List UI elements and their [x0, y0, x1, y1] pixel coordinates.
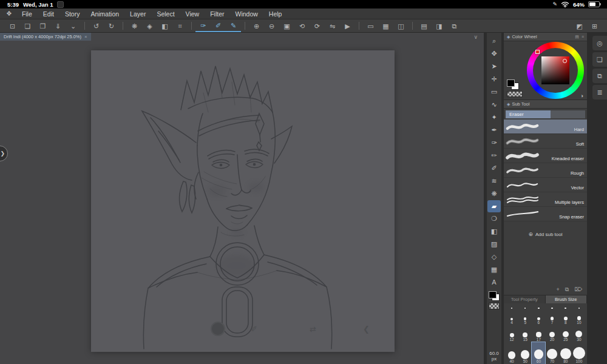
grid-icon[interactable]: ▦ — [378, 20, 393, 32]
split-view-icon[interactable]: ◨ — [432, 20, 447, 32]
lasso-tool[interactable]: ∿ — [487, 98, 501, 111]
transparent-color-chip[interactable] — [489, 303, 500, 309]
app-logo-icon[interactable]: ❖ — [6, 10, 12, 18]
popout-window-icon[interactable]: ⧉ — [447, 20, 462, 32]
subtool-multiple-layers[interactable]: Multiple layers — [504, 192, 587, 207]
tab-tool-property[interactable]: Tool Property — [504, 295, 546, 303]
brush-size-40[interactable]: 40 — [505, 342, 518, 364]
color-panel-menu-icon-1[interactable]: ▤ — [575, 35, 579, 39]
subtool-vector[interactable]: Vector — [504, 178, 587, 192]
brush-size-80[interactable]: 80 — [559, 342, 572, 364]
foreground-color-chip[interactable] — [489, 291, 497, 298]
text-tool[interactable]: A — [487, 276, 501, 289]
brush-size-100[interactable]: 100 — [572, 342, 586, 364]
workspace-icon[interactable]: ◩ — [572, 20, 587, 32]
brush-size-8[interactable]: 8 — [559, 309, 572, 325]
color-panel-menu-icon-2[interactable]: ≡ — [582, 35, 584, 39]
deselect-icon[interactable]: ❋ — [127, 20, 142, 32]
color-mode-icon[interactable]: ◑ — [580, 93, 583, 99]
brush-size-cell-clipped[interactable] — [505, 303, 518, 309]
brush-size-25[interactable]: 25 — [559, 325, 572, 342]
tool-group-label[interactable]: Eraser — [506, 110, 551, 118]
zoom-in-icon[interactable]: ⊕ — [249, 20, 264, 32]
marker-quick-icon[interactable]: ✎ — [226, 19, 241, 32]
brush-size-cell-clipped[interactable] — [532, 303, 545, 309]
material-tab[interactable]: ❏ — [592, 52, 607, 67]
add-subtool-icon[interactable]: + — [557, 286, 560, 293]
auto-select-tool[interactable]: ✦ — [487, 111, 501, 124]
brush-size-cell-clipped[interactable] — [559, 303, 572, 309]
brush-size-15[interactable]: 15 — [518, 325, 532, 342]
menu-file[interactable]: File — [16, 10, 38, 18]
menu-window[interactable]: Window — [229, 10, 263, 18]
collapse-panel-chevron-icon[interactable]: ∨ — [473, 34, 478, 40]
saturation-value-square[interactable] — [541, 56, 569, 84]
drawing-canvas[interactable] — [91, 50, 395, 352]
brush-size-5[interactable]: 5 — [518, 309, 532, 325]
gradient-tool[interactable]: ▨ — [487, 238, 501, 251]
hand-tool[interactable]: ✥ — [487, 47, 501, 60]
duplicate-subtool-icon[interactable]: ⧉ — [565, 286, 569, 293]
brush-size-7[interactable]: 7 — [545, 309, 558, 325]
delete-subtool-icon[interactable]: ⌦ — [574, 286, 582, 293]
menu-select[interactable]: Select — [151, 10, 180, 18]
sv-marker[interactable] — [563, 59, 567, 63]
menu-story[interactable]: Story — [59, 10, 86, 18]
brush-size-6[interactable]: 6 — [532, 309, 545, 325]
brush-size-70[interactable]: 70 — [545, 342, 558, 364]
brush-size-60[interactable]: 60 — [532, 342, 545, 364]
brush-quick-icon[interactable]: ✐ — [211, 19, 226, 32]
add-sub-tool-button[interactable]: ⊕ Add sub tool — [504, 231, 587, 237]
transform-icon[interactable]: ◈ — [142, 20, 157, 32]
menu-animation[interactable]: Animation — [85, 10, 124, 18]
figure-tool[interactable]: ◇ — [487, 251, 501, 263]
brush-size-20[interactable]: 20 — [545, 325, 558, 342]
document-tab[interactable]: Drift Indi (4000 x 4000px 72dpi 25.0%) × — [0, 33, 91, 41]
redo-icon[interactable]: ↻ — [104, 20, 119, 32]
layer-tab[interactable]: ≣ — [592, 85, 607, 99]
decoration-tool[interactable]: ❋ — [487, 187, 501, 200]
palette-edge-handle[interactable]: ❯ — [0, 146, 8, 161]
panel-layout-icon[interactable]: ▤ — [416, 20, 432, 32]
brush-size-50[interactable]: 50 — [518, 342, 532, 364]
pen-tool[interactable]: ✑ — [487, 136, 501, 149]
subtool-hard[interactable]: Hard — [504, 120, 587, 134]
film-icon[interactable]: ◫ — [393, 20, 409, 32]
brush-size-cell-clipped[interactable] — [518, 303, 532, 309]
color-panel-swatches[interactable] — [507, 79, 519, 90]
fit-screen-icon[interactable]: ▣ — [279, 20, 294, 32]
menu-help[interactable]: Help — [263, 10, 288, 18]
move-layer-tool[interactable]: ✛ — [487, 73, 501, 86]
brush-size-12[interactable]: 12 — [505, 325, 518, 342]
flip-horizontal-icon[interactable]: ⇋ — [325, 20, 340, 32]
app-home-icon[interactable]: ⊡ — [5, 20, 20, 32]
new-canvas-icon[interactable]: ❏ — [20, 20, 35, 32]
zoom-out-icon[interactable]: ⊖ — [264, 20, 279, 32]
fill-tool[interactable]: ◧ — [487, 225, 501, 238]
blend-tool[interactable]: ❍ — [487, 212, 501, 225]
hue-marker[interactable] — [535, 50, 540, 54]
play-animation-icon[interactable]: ▶ — [340, 20, 355, 32]
dock-icon[interactable]: ⊞ — [587, 20, 602, 32]
subtool-rough[interactable]: Rough — [504, 163, 587, 178]
rotate-left-icon[interactable]: ⟲ — [294, 20, 310, 32]
foreground-background-swatch[interactable] — [489, 291, 500, 301]
zoom-tool[interactable]: ⌕ — [487, 35, 501, 47]
hue-ring[interactable] — [527, 42, 584, 99]
operation-tool[interactable]: ➤ — [487, 60, 501, 73]
transparent-swatch[interactable] — [507, 91, 523, 97]
subtool-snap-eraser[interactable]: Snap eraser — [504, 207, 587, 221]
frame-border-icon[interactable]: ▭ — [363, 20, 378, 32]
save-icon[interactable]: ⇓ — [50, 20, 66, 32]
navigator-tab[interactable]: ⧉ — [592, 69, 607, 83]
brush-size-30[interactable]: 30 — [572, 325, 586, 342]
fill-area-icon[interactable]: ◧ — [157, 20, 172, 32]
tab-brush-size[interactable]: Brush Size — [546, 295, 588, 303]
more-chevron-icon[interactable]: ⌄ — [66, 20, 81, 32]
menu-edit[interactable]: Edit — [38, 10, 59, 18]
pen-quick-icon[interactable]: ✑ — [195, 19, 211, 32]
close-tab-icon[interactable]: × — [84, 34, 87, 39]
menu-view[interactable]: View — [180, 10, 205, 18]
brush-size-10[interactable]: 10 — [572, 309, 586, 325]
brush-size-cell-clipped[interactable] — [572, 303, 586, 309]
